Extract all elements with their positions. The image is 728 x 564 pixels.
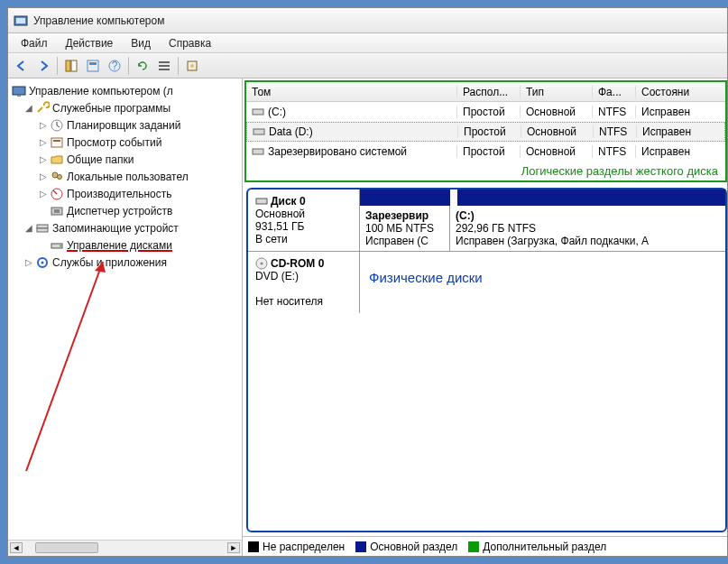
svg-rect-9 xyxy=(159,65,170,67)
scroll-left-icon[interactable]: ◄ xyxy=(10,542,23,553)
properties-button[interactable] xyxy=(83,56,103,76)
tree-storage[interactable]: ◢ Запоминающие устройст xyxy=(10,219,242,236)
event-icon xyxy=(50,135,64,150)
partition-system-reserved[interactable]: Зарезервир 100 МБ NTFS Исправен (С xyxy=(360,206,450,251)
volume-icon xyxy=(252,106,264,117)
app-icon xyxy=(14,14,28,28)
cdrom-info: CD-ROM 0 DVD (E:) Нет носителя xyxy=(248,252,360,313)
menu-file[interactable]: Файл xyxy=(12,35,57,51)
cdrom-icon xyxy=(255,257,268,270)
cdrom-row[interactable]: CD-ROM 0 DVD (E:) Нет носителя Физически… xyxy=(248,252,725,313)
collapse-icon[interactable]: ◢ xyxy=(23,223,35,233)
expand-icon[interactable]: ▷ xyxy=(37,137,50,147)
svg-rect-24 xyxy=(37,228,48,232)
svg-rect-22 xyxy=(54,209,60,213)
disk0-partitions: Зарезервир 100 МБ NTFS Исправен (С (C:) … xyxy=(360,190,725,251)
partition-color-bar xyxy=(360,190,725,206)
refresh-button[interactable] xyxy=(133,56,152,76)
toolbar-separator xyxy=(178,57,179,75)
collapse-icon[interactable]: ◢ xyxy=(23,103,35,113)
menu-action[interactable]: Действие xyxy=(57,35,123,51)
computer-management-window: Управление компьютером Файл Действие Вид… xyxy=(7,7,728,557)
tree-scheduler[interactable]: ▷ Планировщик заданий xyxy=(10,116,242,134)
tree-shared[interactable]: ▷ Общие папки xyxy=(10,151,242,168)
back-button[interactable] xyxy=(12,56,32,76)
help-button[interactable]: ? xyxy=(105,56,124,76)
tree-users[interactable]: ▷ Локальные пользовател xyxy=(10,168,242,185)
expand-icon[interactable]: ▷ xyxy=(23,257,35,267)
svg-rect-16 xyxy=(51,138,62,147)
users-icon xyxy=(50,170,64,184)
swatch-extended xyxy=(468,541,479,552)
svg-rect-14 xyxy=(17,95,21,97)
svg-rect-33 xyxy=(253,149,263,154)
tree-panel: Управление компьютером (л ◢ Служебные пр… xyxy=(8,79,243,556)
disk-icon xyxy=(255,196,268,207)
expand-icon[interactable]: ▷ xyxy=(37,171,50,181)
main-panel: Том Распол... Тип Фа... Состояни (C:) Пр… xyxy=(243,79,727,556)
tree-devmgr[interactable]: Диспетчер устройств xyxy=(10,202,242,219)
tree-diskmgmt[interactable]: Управление дисками xyxy=(10,236,242,254)
volume-list: Том Распол... Тип Фа... Состояни (C:) Пр… xyxy=(244,80,727,182)
toolbar-separator xyxy=(57,57,58,75)
volume-row[interactable]: Зарезервировано системой Простой Основно… xyxy=(246,142,725,162)
disk-icon xyxy=(50,238,64,253)
annotation-arrow xyxy=(17,254,116,480)
svg-rect-2 xyxy=(66,60,70,71)
scroll-thumb[interactable] xyxy=(35,542,98,553)
col-fs[interactable]: Фа... xyxy=(593,86,636,98)
legend: Не распределен Основной раздел Дополните… xyxy=(243,536,727,556)
list-view-button[interactable] xyxy=(154,56,174,76)
settings-button[interactable] xyxy=(182,56,202,76)
svg-point-19 xyxy=(58,174,62,179)
svg-point-12 xyxy=(190,64,194,68)
volume-icon xyxy=(252,146,264,157)
expand-icon[interactable]: ▷ xyxy=(37,189,50,199)
volume-row[interactable]: (C:) Простой Основной NTFS Исправен xyxy=(246,102,725,122)
services-icon xyxy=(35,255,50,270)
disk0-info: Диск 0 Основной 931,51 ГБ В сети xyxy=(248,190,360,251)
forward-button[interactable] xyxy=(33,56,53,76)
svg-rect-10 xyxy=(159,69,170,70)
tree-eventviewer[interactable]: ▷ Просмотр событий xyxy=(10,134,242,151)
svg-rect-1 xyxy=(16,18,25,23)
swatch-primary xyxy=(355,541,366,552)
show-hide-tree-button[interactable] xyxy=(61,56,81,76)
partition-c[interactable]: (C:) 292,96 ГБ NTFS Исправен (Загрузка, … xyxy=(450,206,725,251)
sidebar-hscrollbar[interactable]: ◄ ► xyxy=(8,540,242,556)
titlebar[interactable]: Управление компьютером xyxy=(8,8,727,33)
svg-rect-31 xyxy=(253,109,263,115)
col-layout[interactable]: Распол... xyxy=(457,86,521,98)
col-volume[interactable]: Том xyxy=(246,86,457,98)
clock-icon xyxy=(50,118,64,133)
volume-row[interactable]: Data (D:) Простой Основной NTFS Исправен xyxy=(246,122,725,142)
disk-graphical-area: Диск 0 Основной 931,51 ГБ В сети Зарезер… xyxy=(246,188,727,532)
menu-view[interactable]: Вид xyxy=(122,35,160,51)
svg-text:?: ? xyxy=(112,60,118,72)
expand-icon[interactable]: ▷ xyxy=(37,154,50,164)
swatch-unallocated xyxy=(248,541,259,552)
tree-services[interactable]: ▷ Службы и приложения xyxy=(10,254,242,271)
menu-help[interactable]: Справка xyxy=(160,35,220,51)
volume-icon xyxy=(253,126,265,137)
disk0-row[interactable]: Диск 0 Основной 931,51 ГБ В сети Зарезер… xyxy=(248,190,725,252)
tree-root[interactable]: Управление компьютером (л xyxy=(10,82,242,99)
svg-rect-4 xyxy=(88,60,98,71)
tree-utilities[interactable]: ◢ Служебные программы xyxy=(10,99,242,116)
svg-rect-13 xyxy=(13,87,25,95)
window-title: Управление компьютером xyxy=(33,14,164,27)
logical-partitions-caption: Логические разделы жесткого диска xyxy=(246,162,725,180)
svg-line-29 xyxy=(26,262,103,471)
scroll-right-icon[interactable]: ► xyxy=(227,542,240,553)
content-area: Управление компьютером (л ◢ Служебные пр… xyxy=(8,79,727,556)
navigation-tree[interactable]: Управление компьютером (л ◢ Служебные пр… xyxy=(8,79,242,540)
col-state[interactable]: Состояни xyxy=(636,86,725,98)
tree-perf[interactable]: ▷ Производительность xyxy=(10,185,242,202)
expand-icon[interactable]: ▷ xyxy=(37,120,50,130)
col-type[interactable]: Тип xyxy=(521,86,593,98)
svg-point-28 xyxy=(41,261,44,264)
folder-icon xyxy=(50,153,64,167)
storage-icon xyxy=(35,221,50,236)
svg-rect-8 xyxy=(159,61,170,63)
volume-header[interactable]: Том Распол... Тип Фа... Состояни xyxy=(246,82,725,102)
